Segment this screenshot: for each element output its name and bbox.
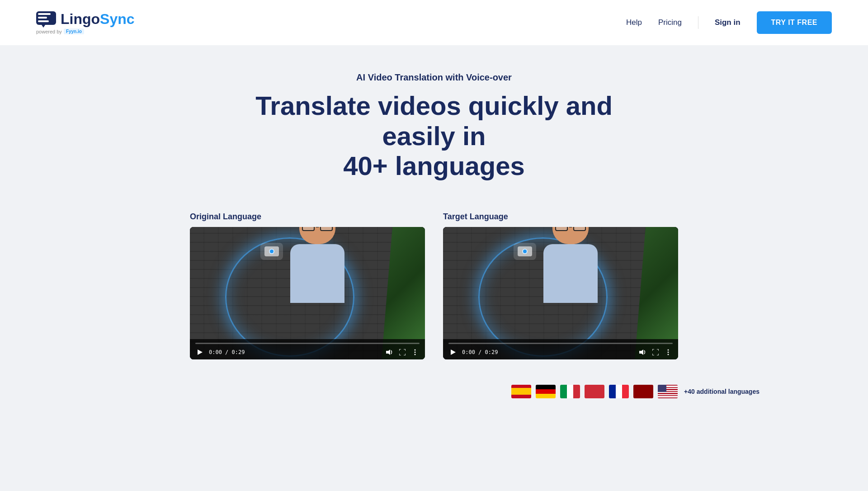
svg-marker-4 (42, 25, 45, 28)
original-progress-bar[interactable] (195, 343, 420, 344)
svg-marker-5 (198, 349, 203, 355)
glass-frame-right1 (555, 227, 568, 231)
person-figure-left (268, 227, 367, 332)
flags-container: +40 additional languages (0, 385, 814, 398)
hero-title: Translate videos quickly and easily in 4… (231, 91, 637, 181)
logo-powered: powered by Fyyn.io (36, 28, 84, 34)
hero-title-line2: 40+ languages (343, 151, 524, 180)
svg-point-14 (668, 354, 669, 355)
svg-point-9 (415, 354, 416, 355)
logo-main: LingoSync (36, 11, 135, 28)
person-head-right (552, 227, 589, 244)
fyyn-badge: Fyyn.io (64, 28, 84, 34)
target-video-block: Target Language (443, 212, 678, 359)
flag-germany (536, 385, 556, 398)
glass-bridge-left (316, 227, 319, 227)
nav-divider (698, 16, 698, 29)
target-more-button[interactable] (664, 348, 673, 357)
original-video-player[interactable]: 0:00 / 0:29 (190, 227, 425, 359)
svg-rect-2 (38, 17, 47, 19)
target-progress-bar[interactable] (448, 343, 673, 344)
videos-container: Original Language (54, 212, 814, 359)
logo-area: LingoSync powered by Fyyn.io (36, 11, 135, 34)
original-video-label: Original Language (190, 212, 425, 222)
hero-title-line1: Translate videos quickly and easily in (255, 91, 613, 151)
original-controls-row: 0:00 / 0:29 (195, 348, 420, 357)
flag-italy (560, 385, 580, 398)
svg-rect-1 (38, 13, 51, 15)
glass-bridge-right (569, 227, 572, 227)
original-more-button[interactable] (410, 348, 420, 357)
target-video-controls: 0:00 / 0:29 (443, 339, 678, 359)
nav-help-link[interactable]: Help (626, 18, 642, 27)
target-controls-row: 0:00 / 0:29 (448, 348, 673, 357)
person-figure-right (521, 227, 620, 332)
flag-red (585, 385, 604, 398)
flag-us (658, 385, 678, 398)
person-body-right (543, 244, 598, 303)
person-head-left (299, 227, 335, 244)
svg-point-12 (668, 349, 669, 350)
original-time-display: 0:00 / 0:29 (209, 349, 381, 355)
glass-frame-left1 (302, 227, 315, 231)
svg-marker-10 (451, 349, 456, 355)
hero-section: AI Video Translation with Voice-over Tra… (0, 45, 868, 212)
try-free-button[interactable]: TRY IT FREE (757, 11, 832, 34)
original-fullscreen-button[interactable] (398, 348, 407, 357)
original-video-controls: 0:00 / 0:29 (190, 339, 425, 359)
original-controls-right (385, 348, 420, 357)
flags-more-label: +40 additional languages (684, 388, 760, 395)
original-volume-button[interactable] (385, 348, 394, 357)
target-time-display: 0:00 / 0:29 (462, 349, 634, 355)
target-video-label: Target Language (443, 212, 678, 222)
logo-icon (36, 11, 56, 28)
hero-subtitle: AI Video Translation with Voice-over (18, 72, 850, 83)
person-glasses-right (555, 227, 586, 231)
logo-text: LingoSync (61, 11, 135, 28)
original-video-block: Original Language (190, 212, 425, 359)
videos-section: Original Language (0, 212, 868, 378)
target-video-player[interactable]: 0:00 / 0:29 (443, 227, 678, 359)
svg-marker-11 (639, 349, 643, 355)
nav-signin-link[interactable]: Sign in (715, 18, 741, 27)
flag-spain (511, 385, 531, 398)
nav-pricing-link[interactable]: Pricing (658, 18, 682, 27)
target-play-button[interactable] (448, 348, 458, 357)
target-volume-button[interactable] (638, 348, 647, 357)
svg-point-8 (415, 351, 416, 353)
svg-rect-3 (38, 20, 49, 22)
target-fullscreen-button[interactable] (651, 348, 660, 357)
person-glasses-left (302, 227, 333, 231)
main-nav: Help Pricing Sign in TRY IT FREE (626, 11, 832, 34)
svg-point-7 (415, 349, 416, 350)
glass-frame-left2 (320, 227, 333, 231)
glass-frame-right2 (573, 227, 586, 231)
person-body-left (290, 244, 344, 303)
logo-lingo: Lingo (61, 11, 100, 27)
header: LingoSync powered by Fyyn.io Help Pricin… (0, 0, 868, 45)
svg-point-13 (668, 351, 669, 353)
flag-france (609, 385, 629, 398)
flags-section: +40 additional languages (0, 378, 868, 416)
target-controls-right (638, 348, 673, 357)
original-play-button[interactable] (195, 348, 204, 357)
logo-sync: Sync (100, 11, 134, 27)
svg-marker-6 (386, 349, 390, 355)
flag-maroon (633, 385, 653, 398)
